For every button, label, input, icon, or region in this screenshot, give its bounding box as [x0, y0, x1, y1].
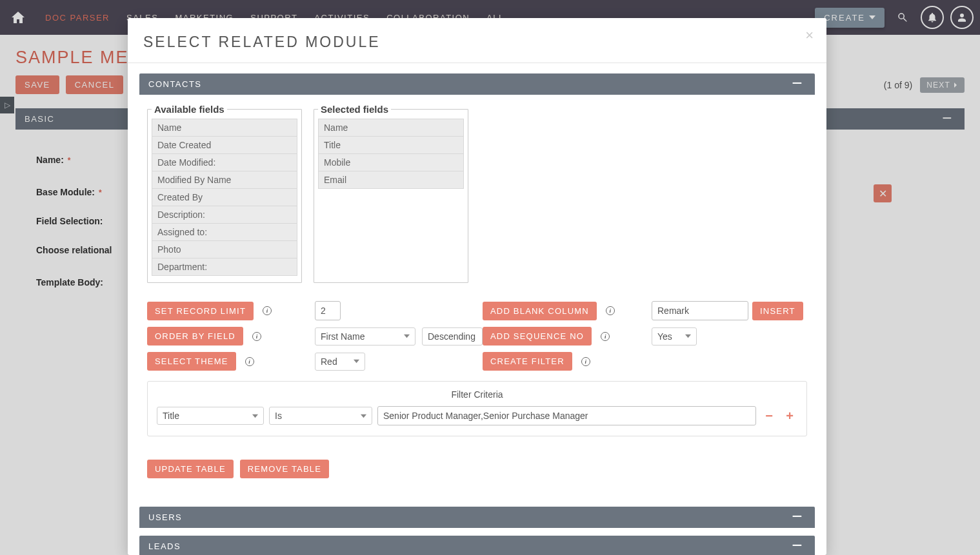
selected-list[interactable]: Name Title Mobile Email — [314, 115, 468, 282]
filter-value-input[interactable] — [377, 406, 756, 425]
field-item[interactable]: Modified By Name — [152, 171, 297, 189]
info-icon[interactable]: i — [245, 357, 254, 366]
info-icon[interactable]: i — [601, 332, 610, 341]
field-item[interactable]: Created By — [152, 189, 297, 206]
available-legend: Available fields — [152, 104, 227, 115]
add-blank-column-button[interactable]: ADD BLANK COLUMN — [483, 302, 597, 320]
minus-icon: − — [792, 510, 803, 523]
filter-title: Filter Criteria — [157, 389, 797, 400]
update-table-button[interactable]: UPDATE TABLE — [147, 460, 234, 478]
order-direction-select[interactable]: Descending — [422, 327, 483, 346]
minus-icon: − — [792, 539, 803, 552]
field-item[interactable]: Mobile — [318, 154, 464, 171]
selected-legend: Selected fields — [318, 104, 391, 115]
filter-remove-icon[interactable]: − — [761, 409, 777, 424]
order-field-select[interactable]: First Name — [315, 327, 415, 346]
available-list[interactable]: Name Date Created Date Modified: Modifie… — [148, 115, 301, 282]
minus-icon: − — [792, 77, 803, 90]
field-item[interactable]: Department: — [152, 258, 297, 276]
modal-header: SELECT RELATED MODULE × — [128, 18, 826, 63]
filter-criteria-box: Filter Criteria Title Is − + — [147, 381, 807, 436]
field-item[interactable]: Assigned to: — [152, 224, 297, 241]
info-icon[interactable]: i — [252, 332, 261, 341]
caret-down-icon — [252, 413, 258, 419]
section-leads[interactable]: LEADS − — [139, 536, 815, 555]
field-item[interactable]: Date Created — [152, 137, 297, 154]
remove-table-button[interactable]: REMOVE TABLE — [240, 460, 329, 478]
add-sequence-no-button[interactable]: ADD SEQUENCE NO — [483, 327, 592, 346]
caret-down-icon — [361, 413, 366, 419]
theme-select[interactable]: Red — [315, 353, 365, 371]
info-icon[interactable]: i — [606, 306, 615, 315]
field-item[interactable]: Title — [318, 137, 464, 154]
caret-down-icon — [354, 358, 359, 364]
order-by-field-button[interactable]: ORDER BY FIELD — [147, 327, 243, 346]
available-fields: Available fields Name Date Created Date … — [147, 104, 302, 283]
field-item[interactable]: Description: — [152, 206, 297, 224]
info-icon[interactable]: i — [581, 357, 590, 366]
section-contacts[interactable]: CONTACTS − — [139, 73, 815, 95]
filter-add-icon[interactable]: + — [782, 409, 797, 424]
record-limit-input[interactable] — [315, 301, 341, 320]
select-related-module-modal: SELECT RELATED MODULE × CONTACTS − Avail… — [128, 18, 826, 555]
field-item[interactable]: Email — [318, 171, 464, 189]
field-item[interactable]: Photo — [152, 241, 297, 258]
select-theme-button[interactable]: SELECT THEME — [147, 352, 236, 371]
info-icon[interactable]: i — [263, 306, 272, 315]
set-record-limit-button[interactable]: SET RECORD LIMIT — [147, 302, 254, 320]
field-item[interactable]: Name — [152, 119, 297, 137]
filter-op-select[interactable]: Is — [269, 407, 372, 425]
modal-close-icon[interactable]: × — [805, 28, 814, 43]
caret-down-icon — [685, 333, 691, 339]
selected-fields: Selected fields Name Title Mobile Email — [314, 104, 468, 283]
filter-field-select[interactable]: Title — [157, 407, 264, 425]
caret-down-icon — [404, 333, 410, 339]
insert-button[interactable]: INSERT — [752, 302, 803, 320]
create-filter-button[interactable]: CREATE FILTER — [483, 352, 572, 371]
modal-title: SELECT RELATED MODULE — [143, 34, 811, 51]
sequence-select[interactable]: Yes — [652, 327, 697, 346]
blank-column-input[interactable] — [652, 301, 748, 320]
section-users[interactable]: USERS − — [139, 507, 815, 528]
field-item[interactable]: Name — [318, 119, 464, 137]
field-item[interactable]: Date Modified: — [152, 154, 297, 171]
